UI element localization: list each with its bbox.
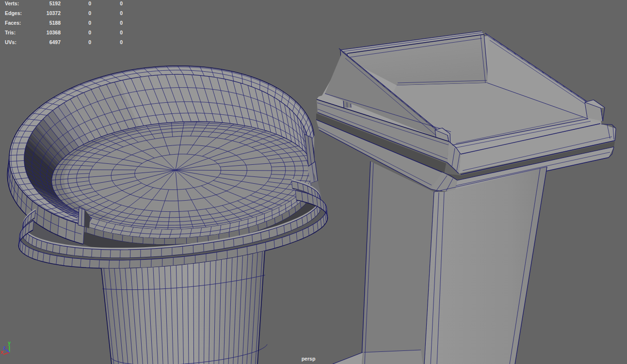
svg-text:5188: 5188 [49, 20, 61, 26]
svg-text:Edges:: Edges: [5, 10, 22, 16]
svg-text:6497: 6497 [49, 39, 61, 45]
svg-text:0: 0 [88, 10, 91, 16]
svg-text:0: 0 [88, 39, 91, 45]
svg-text:Tris:: Tris: [5, 30, 16, 35]
svg-text:0: 0 [120, 10, 123, 16]
svg-text:0: 0 [88, 30, 91, 35]
svg-text:0: 0 [120, 20, 123, 26]
svg-text:0: 0 [120, 0, 123, 6]
svg-text:y: y [8, 340, 11, 346]
svg-text:persp: persp [302, 356, 316, 362]
svg-text:10372: 10372 [47, 10, 61, 16]
svg-text:5192: 5192 [49, 0, 61, 6]
svg-text:10368: 10368 [47, 30, 61, 35]
svg-text:0: 0 [120, 30, 123, 35]
svg-text:0: 0 [88, 0, 91, 6]
svg-text:Verts:: Verts: [5, 0, 19, 6]
svg-text:Faces:: Faces: [5, 20, 21, 26]
svg-text:0: 0 [88, 20, 91, 26]
svg-text:z: z [3, 345, 6, 350]
svg-text:0: 0 [120, 39, 123, 45]
svg-text:UVs:: UVs: [5, 39, 16, 45]
